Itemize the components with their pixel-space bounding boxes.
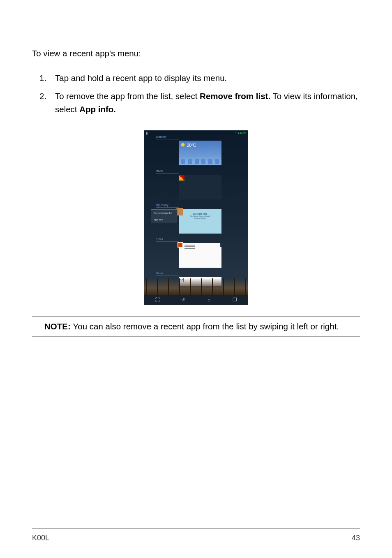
recent-label: Weather [156,135,179,139]
recent-apps-icon[interactable]: ❐ [232,297,238,303]
menu-item-app-info[interactable]: App info [151,216,177,223]
recent-thumb-mylibrary[interactable]: CATCHING FIRE The Hunger Games Book 2 Su… [179,209,221,234]
list-number: 2. [39,90,53,116]
note-section: NOTE: You can also remove a recent app f… [32,316,360,337]
recent-thumb-email[interactable] [179,243,221,268]
bold-remove-from-list: Remove from list. [200,91,270,101]
wifi-icon: ▾ [235,132,237,134]
screenshot-icon[interactable]: ⛶ [154,297,160,303]
status-right: ▾ ■ 12:04 [235,132,246,134]
list-item-1: 1. Tap and hold a recent app to display … [39,72,360,85]
screenshot-container: ❚ ▾ ■ 12:04 Weather 20°C Maps [32,130,360,305]
recent-label: Gmail [156,272,179,276]
dark-strip [220,243,221,247]
bold-app-info: App info. [79,104,116,114]
list-body: Tap and hold a recent app to display its… [53,72,360,85]
wallpaper-posts [144,278,248,295]
book-icon [176,208,183,215]
book-author: Suzanne Collins [179,217,221,219]
list-body: To remove the app from the list, select … [53,90,360,116]
weather-temp: 20°C [187,143,196,148]
status-left-icon: ❚ [146,132,148,134]
recent-thumb-weather[interactable]: 20°C [179,141,221,165]
status-bar: ❚ ▾ ■ 12:04 [144,130,248,135]
recent-item-maps[interactable]: Maps [156,169,236,199]
home-icon[interactable]: ⌂ [206,297,212,303]
page-footer: K00L 43 [32,528,360,542]
list-item-2: 2. To remove the app from the list, sele… [39,90,360,116]
status-time: 12:04 [240,132,246,134]
maps-icon [179,175,184,181]
device-screenshot: ❚ ▾ ■ 12:04 Weather 20°C Maps [144,130,248,305]
context-menu: Remove from list App info [151,209,177,223]
battery-icon: ■ [238,132,239,134]
email-icon [178,242,183,248]
footer-model: K00L [32,534,49,542]
recent-item-email[interactable]: Email [156,238,236,268]
menu-item-remove-from-list[interactable]: Remove from list [151,210,177,216]
recent-item-weather[interactable]: Weather 20°C [156,135,236,165]
note-label: NOTE: [44,322,73,331]
recent-apps-list: Weather 20°C Maps MyLibrary [144,135,248,286]
text-fragment: To remove the app from the list, select [55,91,200,101]
forecast-row [180,159,220,164]
footer-page-number: 43 [352,534,360,542]
instruction-list: 1. Tap and hold a recent app to display … [32,72,360,116]
list-number: 1. [39,72,53,85]
recent-label: Maps [156,169,179,174]
back-icon[interactable]: ↺ [180,297,186,303]
sun-icon [180,142,185,147]
recent-item-mylibrary[interactable]: MyLibrary CATCHING FIRE The Hunger Games… [156,204,236,234]
recent-thumb-maps[interactable] [179,175,221,199]
recent-label: Email [156,238,179,242]
intro-text: To view a recent app's menu: [32,49,360,58]
book-title: CATCHING FIRE [179,209,221,215]
navigation-bar: ⛶ ↺ ⌂ ❐ [144,295,248,305]
email-lines-icon [184,245,221,250]
recent-label: MyLibrary [156,204,179,208]
note-text: You can also remove a recent app from th… [73,322,339,331]
